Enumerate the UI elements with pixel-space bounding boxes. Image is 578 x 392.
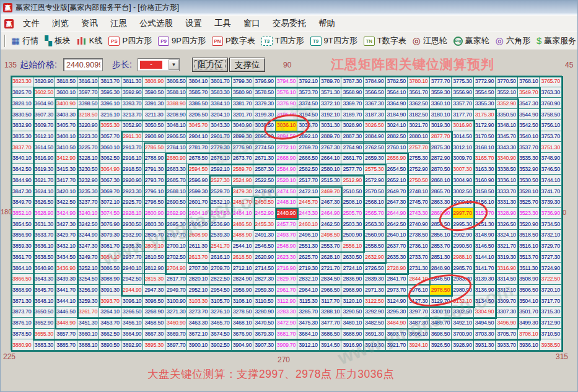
price-cell[interactable]: 3033.70 — [297, 120, 320, 131]
price-cell[interactable]: 2628.10 — [320, 252, 342, 263]
price-cell[interactable]: 2844.10 — [408, 274, 430, 285]
price-cell[interactable]: 3328.90 — [496, 208, 518, 219]
price-cell[interactable]: 3568.90 — [341, 87, 364, 98]
price-cell[interactable]: 3412.90 — [55, 153, 77, 164]
price-cell[interactable]: 3499.30 — [518, 318, 540, 329]
price-cell[interactable]: 3897.70 — [165, 339, 188, 351]
price-cell[interactable]: 3273.70 — [187, 307, 209, 318]
child-window-icon[interactable]: 赢 — [4, 19, 14, 28]
price-cell[interactable]: 3746.50 — [540, 164, 562, 175]
price-cell[interactable]: 2733.70 — [408, 252, 430, 263]
key-level-cell[interactable]: 2978.50 — [430, 285, 452, 296]
price-cell[interactable]: 2604.10 — [187, 208, 209, 219]
price-cell[interactable]: 3849.70 — [11, 197, 33, 208]
price-cell[interactable]: 3312.10 — [496, 285, 518, 296]
price-cell[interactable]: 3876.10 — [11, 318, 33, 329]
price-cell[interactable]: 3544.90 — [518, 109, 540, 120]
price-cell[interactable]: 2661.70 — [341, 153, 364, 164]
price-cell[interactable]: 3213.70 — [121, 109, 144, 120]
price-cell[interactable]: 2568.10 — [364, 197, 386, 208]
price-cell[interactable]: 3400.90 — [55, 98, 77, 109]
price-cell[interactable]: 2534.50 — [209, 208, 232, 219]
price-cell[interactable]: 3247.30 — [77, 241, 100, 252]
price-cell[interactable]: 3588.10 — [165, 87, 188, 98]
price-cell[interactable]: 3638.50 — [33, 252, 56, 263]
price-cell[interactable]: 3220.90 — [77, 120, 100, 131]
price-cell[interactable]: 3808.90 — [143, 76, 165, 87]
price-cell[interactable]: 3331.30 — [496, 197, 518, 208]
price-cell[interactable]: 3864.10 — [11, 263, 33, 274]
price-cell[interactable]: 2808.10 — [143, 241, 165, 252]
price-cell[interactable]: 3787.30 — [341, 76, 364, 87]
price-cell[interactable]: 3208.90 — [165, 109, 188, 120]
price-cell[interactable]: 2716.90 — [276, 263, 298, 274]
price-cell[interactable]: 3484.90 — [386, 318, 408, 329]
price-cell[interactable]: 2659.30 — [364, 153, 386, 164]
price-cell[interactable]: 2469.70 — [320, 186, 342, 197]
price-cell[interactable]: 3501.70 — [518, 307, 540, 318]
price-cell[interactable]: 3072.10 — [99, 197, 121, 208]
price-cell[interactable]: 2901.70 — [209, 131, 232, 142]
price-cell[interactable]: 2673.70 — [232, 153, 254, 164]
price-cell[interactable]: 2582.50 — [297, 164, 320, 175]
price-cell[interactable]: 2613.70 — [187, 252, 209, 263]
price-cell[interactable]: 3364.90 — [386, 98, 408, 109]
price-cell[interactable]: 3228.10 — [77, 153, 100, 164]
price-cell[interactable]: 3007.30 — [452, 164, 474, 175]
price-cell[interactable]: 3336.10 — [496, 175, 518, 186]
price-cell[interactable]: 3650.50 — [33, 307, 56, 318]
price-cell[interactable]: 2932.90 — [121, 230, 144, 241]
price-cell[interactable]: 3091.30 — [99, 285, 121, 296]
price-cell[interactable]: 3127.30 — [408, 295, 430, 307]
price-cell[interactable]: 3938.50 — [540, 339, 562, 351]
price-cell[interactable]: 3242.50 — [77, 219, 100, 230]
price-cell[interactable]: 2668.90 — [276, 153, 298, 164]
price-cell[interactable]: 2928.10 — [121, 208, 144, 219]
price-cell[interactable]: 3816.10 — [77, 76, 100, 87]
dropdown-arrow-icon[interactable]: ▼ — [169, 59, 179, 70]
price-cell[interactable]: 3360.10 — [430, 98, 452, 109]
price-cell[interactable]: 2740.90 — [408, 219, 430, 230]
price-cell[interactable]: 3744.10 — [540, 175, 562, 186]
price-cell[interactable]: 2834.50 — [320, 274, 342, 285]
price-cell[interactable]: 3564.10 — [386, 87, 408, 98]
price-cell[interactable]: 2637.70 — [386, 241, 408, 252]
price-cell[interactable]: 3153.70 — [474, 208, 496, 219]
price-cell[interactable]: 3619.30 — [33, 164, 56, 175]
price-cell[interactable]: 3362.50 — [408, 98, 430, 109]
price-cell[interactable]: 3206.50 — [187, 109, 209, 120]
price-cell[interactable]: 2757.70 — [408, 142, 430, 153]
price-cell[interactable]: 3892.90 — [121, 339, 144, 351]
price-cell[interactable]: 3014.50 — [452, 131, 474, 142]
price-cell[interactable]: 3684.10 — [297, 329, 320, 340]
price-cell[interactable]: 3422.50 — [55, 197, 77, 208]
price-cell[interactable]: 3448.90 — [55, 318, 77, 329]
price-cell[interactable]: 2976.10 — [408, 285, 430, 296]
price-cell[interactable]: 3184.90 — [386, 109, 408, 120]
price-cell[interactable]: 2457.70 — [276, 219, 298, 230]
price-cell[interactable]: 2776.90 — [232, 142, 254, 153]
price-cell[interactable]: 2918.50 — [121, 164, 144, 175]
price-cell[interactable]: 3720.10 — [540, 285, 562, 296]
price-cell[interactable]: 3264.10 — [99, 307, 121, 318]
price-cell[interactable]: 2692.90 — [165, 208, 188, 219]
price-cell[interactable]: 3259.30 — [77, 295, 100, 307]
price-cell[interactable]: 2697.70 — [165, 230, 188, 241]
price-cell[interactable]: 2503.30 — [341, 219, 364, 230]
price-cell[interactable]: 3513.70 — [518, 252, 540, 263]
price-cell[interactable]: 2709.70 — [209, 263, 232, 274]
price-cell[interactable]: 3278.50 — [232, 307, 254, 318]
price-cell[interactable]: 3105.70 — [209, 295, 232, 307]
price-cell[interactable]: 3835.30 — [11, 131, 33, 142]
price-cell[interactable]: 3444.10 — [55, 295, 77, 307]
price-cell[interactable]: 3129.70 — [430, 295, 452, 307]
price-cell[interactable]: 2846.50 — [430, 274, 452, 285]
price-cell[interactable]: 2796.10 — [143, 186, 165, 197]
price-cell[interactable]: 3177.70 — [452, 109, 474, 120]
price-cell[interactable]: 3180.10 — [430, 109, 452, 120]
price-cell[interactable]: 2983.30 — [452, 274, 474, 285]
price-cell[interactable]: 2707.30 — [187, 263, 209, 274]
price-cell[interactable]: 2558.50 — [364, 241, 386, 252]
price-cell[interactable]: 3540.10 — [518, 131, 540, 142]
price-cell[interactable]: 2539.30 — [209, 230, 232, 241]
